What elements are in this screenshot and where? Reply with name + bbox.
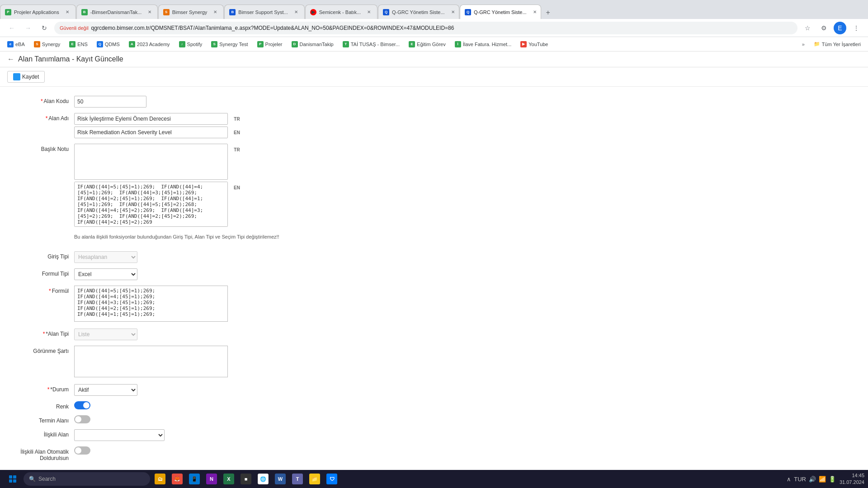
gorunme-sarti-input[interactable] [74, 346, 228, 377]
tab-close-projeler[interactable]: ✕ [64, 9, 71, 16]
baslik-notu-tr-input[interactable] [74, 144, 228, 180]
taskbar: 🔍 Search 🗂 🦊 📱 N X ■ 🌐 W T 📁 [0, 470, 868, 488]
durum-label: *Durum [11, 384, 74, 393]
extensions-button[interactable]: ⚙ [817, 22, 830, 34]
save-label: Kaydet [22, 74, 39, 80]
taskbar-app-explorer[interactable]: 🗂 [152, 471, 168, 487]
bookmark-danisman[interactable]: D DanismanTakip [288, 40, 337, 49]
giris-tipi-row: Giriş Tipi Hesaplanan [11, 251, 857, 263]
taskbar-app-chrome[interactable]: 🌐 [255, 471, 271, 487]
baslik-notu-en-input[interactable]: IF(AND([44]=5;[45]=1);269; IF(AND([44]=4… [74, 182, 228, 227]
tab-close-support[interactable]: ✕ [292, 9, 300, 16]
alan-adi-row: Alan Adı TR EN [11, 113, 857, 138]
new-tab-button[interactable]: + [542, 6, 554, 19]
taskbar-search-bar[interactable]: 🔍 Search [24, 472, 150, 486]
taskbar-app-unknown1[interactable]: 🦊 [169, 471, 185, 487]
tab-projeler[interactable]: P Projeler Applications ✕ [0, 5, 76, 19]
save-button[interactable]: Kaydet [7, 71, 45, 83]
taskbar-app-excel[interactable]: X [221, 471, 237, 487]
durum-select[interactable]: Aktif Pasif [74, 384, 137, 396]
alan-tipi-select[interactable]: Liste [74, 328, 137, 340]
tab-label-semicenk: Semicenk - Batık... [319, 9, 361, 15]
tab-semicenk[interactable]: ▶ Semicenk - Batık... ✕ [305, 5, 377, 19]
bookmark-synergy-test[interactable]: S Synergy Test [208, 40, 251, 49]
alan-adi-tr-input[interactable] [74, 113, 228, 125]
taskbar-apps: 🗂 🦊 📱 N X ■ 🌐 W T 📁 🛡 [152, 471, 340, 487]
back-nav-button[interactable]: ← [7, 55, 14, 63]
alan-adi-label: Alan Adı [11, 113, 74, 122]
page-header: ← Alan Tanımlama - Kayıt Güncelle [0, 52, 868, 67]
bookmark-spotify[interactable]: ♪ Spotify [175, 40, 206, 49]
tab-qgrc2[interactable]: Q Q-GRC Yönetim Siste... ✕ [460, 5, 541, 19]
bookmark-qdms[interactable]: Q QDMS [93, 40, 123, 49]
tab-bar: P Projeler Applications ✕ B -BimserDanis… [0, 0, 868, 19]
alan-kodu-input[interactable] [74, 96, 146, 108]
taskbar-clock[interactable]: 14:45 31.07.2024 [840, 472, 864, 486]
profile-button[interactable]: E [834, 22, 846, 34]
bookmark-2023academy[interactable]: A 2023 Academy [125, 40, 174, 49]
tab-qgrc1[interactable]: Q Q-GRC Yönetim Siste... ✕ [378, 5, 459, 19]
bookmark-synergy[interactable]: S Synergy [30, 40, 64, 49]
taskbar-app-teams[interactable]: T [289, 471, 306, 487]
bookmark-projeler[interactable]: P Projeler [254, 40, 286, 49]
windows-logo [9, 475, 16, 483]
tab-close-synergy[interactable]: ✕ [212, 9, 219, 16]
alan-adi-tr-group: TR [74, 113, 255, 125]
bookmark-eba[interactable]: e eBA [4, 40, 28, 49]
bookmarks-more-button[interactable]: » [798, 40, 808, 48]
iliskili-otomatik-toggle[interactable] [74, 446, 90, 455]
formul-tipi-select[interactable]: Excel [74, 268, 137, 280]
alan-adi-en-input[interactable] [74, 127, 228, 138]
battery-icon[interactable]: 🔋 [829, 476, 836, 483]
bookmark-icon-synergy: S [34, 41, 40, 47]
bookmarks-bar: e eBA S Synergy E ENS Q QDMS A 2023 Acad… [0, 37, 868, 52]
taskbar-app-unknown2[interactable]: 📱 [186, 471, 203, 487]
forward-button[interactable]: → [22, 22, 34, 34]
network-icon[interactable]: 📶 [819, 476, 826, 483]
tab-label-support: Bimser Support Syst... [238, 9, 288, 15]
tab-bimser-danisman[interactable]: B -BimserDanismanTak... ✕ [76, 5, 158, 19]
bookmark-egitim[interactable]: E Eğitim Görev [405, 40, 449, 49]
tab-close-qgrc1[interactable]: ✕ [449, 9, 457, 16]
taskbar-app-unknown3[interactable]: ■ [238, 471, 254, 487]
tab-synergy[interactable]: S Bimser Synergy ✕ [158, 5, 224, 19]
taskbar-app-files[interactable]: 📁 [307, 471, 323, 487]
taskbar-app-security[interactable]: 🛡 [324, 471, 340, 487]
bookmarks-folder[interactable]: 📁 Tüm Yer İşaretleri [810, 40, 864, 48]
formul-row: Formül IF(AND([44]=5;[45]=1);269; IF(AND… [11, 286, 857, 323]
tab-support[interactable]: B Bimser Support Syst... ✕ [224, 5, 304, 19]
termin-toggle[interactable] [74, 415, 90, 423]
tab-close-bimser[interactable]: ✕ [146, 9, 153, 16]
bookmark-button[interactable]: ☆ [801, 22, 814, 34]
bookmark-ens[interactable]: E ENS [66, 40, 91, 49]
tab-label-bimser: -BimserDanismanTak... [90, 9, 142, 15]
menu-button[interactable]: ⋮ [850, 22, 863, 34]
iliskili-alan-select[interactable] [74, 429, 165, 441]
en-badge-baslik: EN [231, 183, 243, 192]
chevron-up-icon[interactable]: ∧ [787, 476, 791, 483]
app2-icon: 📱 [189, 474, 200, 484]
tab-close-semicenk[interactable]: ✕ [365, 9, 373, 16]
bookmark-youtube[interactable]: ▶ YouTube [517, 40, 552, 49]
back-button[interactable]: ← [5, 22, 18, 34]
taskbar-app-word[interactable]: W [272, 471, 288, 487]
giris-tipi-select[interactable]: Hesaplanan [74, 251, 137, 263]
renk-toggle[interactable] [74, 401, 90, 409]
refresh-button[interactable]: ↻ [38, 22, 51, 34]
alan-adi-en-group: EN [74, 127, 255, 138]
tab-icon-qgrc2: Q [465, 9, 471, 15]
formul-input[interactable]: IF(AND([44]=5;[45]=1);269; IF(AND([44]=4… [74, 286, 228, 322]
url-bar[interactable]: Güvenli değil qgrcdemo.bimser.com.tr/QDM… [54, 22, 797, 34]
save-icon [13, 73, 20, 80]
bookmark-tai[interactable]: T TAİ TUSAŞ - Bimser... [339, 40, 403, 49]
bookmark-icon-projeler: P [257, 41, 264, 47]
start-button[interactable] [4, 470, 22, 488]
bookmark-fatura[interactable]: İ İlave Fatura. Hizmet... [451, 40, 515, 49]
bookmark-label-youtube: YouTube [528, 42, 548, 47]
page-content: ← Alan Tanımlama - Kayıt Güncelle Kaydet… [0, 52, 868, 470]
volume-icon[interactable]: 🔊 [809, 476, 816, 483]
taskbar-app-onenote[interactable]: N [203, 471, 220, 487]
tab-label-projeler: Projeler Applications [14, 9, 59, 15]
word-icon: W [275, 474, 286, 484]
tab-close-qgrc2[interactable]: ✕ [531, 9, 538, 16]
